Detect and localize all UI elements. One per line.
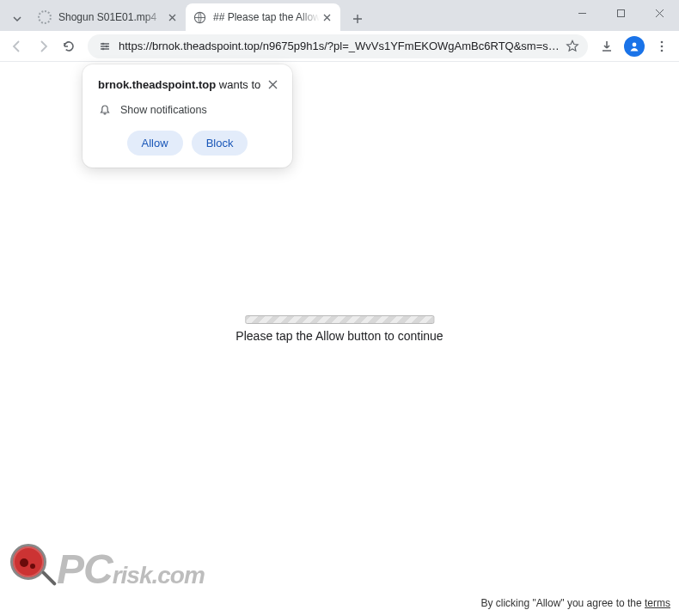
close-icon (268, 80, 278, 89)
permission-origin: brnok.theadspoint.top (98, 78, 216, 91)
plus-icon (352, 14, 363, 24)
page-message: Please tap the Allow button to continue (236, 329, 443, 343)
magnifier-icon (10, 544, 60, 594)
page-content: Please tap the Allow button to continue (236, 315, 443, 343)
progress-bar (245, 315, 434, 324)
reload-button[interactable] (57, 34, 81, 58)
permission-close-button[interactable] (265, 76, 280, 92)
svg-point-2 (102, 42, 105, 45)
page-viewport: brnok.theadspoint.top wants to Show noti… (0, 62, 679, 616)
svg-point-6 (661, 40, 664, 43)
watermark-dotcom: .com (152, 562, 205, 589)
window-controls (563, 0, 679, 31)
tab-search-button[interactable] (7, 7, 28, 31)
arrow-right-icon (36, 40, 50, 53)
permission-row: Show notifications (98, 103, 277, 117)
allow-button[interactable]: Allow (127, 131, 183, 156)
menu-button[interactable] (650, 34, 674, 58)
back-button[interactable] (5, 34, 29, 58)
watermark-text: PCrisk.com (57, 546, 205, 593)
watermark-pc: PC (57, 546, 113, 592)
close-icon (168, 14, 176, 21)
minimize-icon (578, 9, 587, 18)
permission-title: brnok.theadspoint.top wants to (98, 78, 277, 91)
permission-actions: Allow Block (98, 131, 277, 156)
kebab-icon (655, 40, 669, 53)
bookmark-button[interactable] (566, 40, 579, 53)
bell-icon (98, 103, 112, 117)
chevron-down-icon (12, 14, 22, 24)
close-icon (655, 9, 664, 18)
maximize-button[interactable] (602, 0, 640, 26)
new-tab-button[interactable] (346, 7, 370, 31)
tab-inactive[interactable]: Shogun S01E01.mp4 (31, 3, 186, 31)
globe-icon (193, 10, 206, 24)
arrow-left-icon (10, 40, 24, 53)
watermark-risk: risk (113, 562, 152, 589)
download-icon (600, 40, 614, 53)
url-text: https://brnok.theadspoint.top/n9675p9h1s… (119, 40, 560, 52)
address-bar[interactable]: https://brnok.theadspoint.top/n9675p9h1s… (88, 34, 588, 58)
svg-point-7 (661, 45, 664, 47)
block-button[interactable]: Block (192, 131, 248, 156)
toolbar: https://brnok.theadspoint.top/n9675p9h1s… (0, 31, 679, 62)
tab-title: ## Please tap the Allow button (213, 11, 320, 23)
disclosure-prefix: By clicking "Allow" you agree to the (480, 597, 645, 609)
svg-point-5 (633, 42, 637, 46)
profile-avatar[interactable] (624, 36, 645, 57)
maximize-icon (616, 9, 626, 18)
forward-button[interactable] (31, 34, 55, 58)
star-icon (566, 40, 579, 53)
tab-active[interactable]: ## Please tap the Allow button (186, 3, 340, 31)
minimize-button[interactable] (563, 0, 602, 26)
permission-dialog: brnok.theadspoint.top wants to Show noti… (83, 64, 292, 168)
svg-point-3 (106, 45, 108, 47)
loading-spinner-icon (38, 10, 52, 24)
tab-close-button[interactable] (320, 10, 333, 24)
svg-point-8 (661, 49, 664, 52)
permission-suffix: wants to (216, 78, 260, 91)
permission-row-label: Show notifications (120, 104, 207, 116)
downloads-button[interactable] (595, 34, 619, 58)
tab-title: Shogun S01E01.mp4 (58, 11, 165, 23)
titlebar: Shogun S01E01.mp4 ## Please tap the Allo… (0, 0, 679, 31)
svg-rect-1 (618, 9, 625, 16)
person-icon (628, 40, 640, 52)
svg-point-4 (102, 47, 105, 50)
watermark-logo: PCrisk.com (10, 544, 205, 594)
close-icon (323, 14, 331, 21)
terms-link[interactable]: terms (645, 597, 670, 609)
disclosure-text: By clicking "Allow" you agree to the ter… (480, 597, 670, 609)
close-window-button[interactable] (640, 0, 679, 26)
reload-icon (62, 40, 76, 53)
tab-close-button[interactable] (165, 10, 179, 24)
site-settings-icon[interactable] (96, 38, 113, 55)
